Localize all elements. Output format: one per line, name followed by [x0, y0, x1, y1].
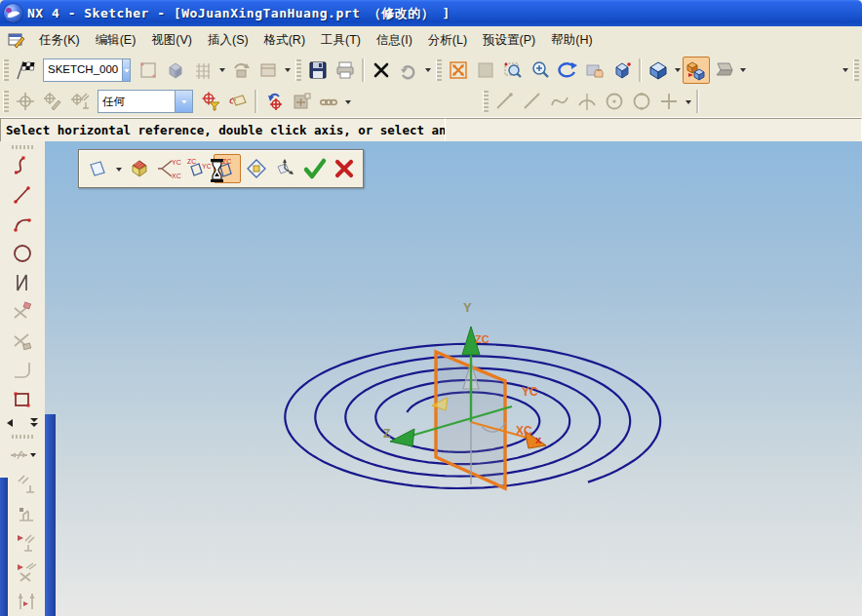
menu-task[interactable]: 任务(K): [31, 28, 88, 53]
cancel-x-icon: [333, 157, 356, 180]
menu-view[interactable]: 视图(V): [143, 28, 200, 53]
menu-analysis[interactable]: 分析(L): [420, 28, 475, 53]
snap-point-edit-button[interactable]: [39, 88, 66, 115]
toolbar-overflow-dropdown[interactable]: [840, 58, 850, 83]
selection-filter-button[interactable]: [197, 88, 224, 115]
circle-sketch-button[interactable]: [7, 240, 38, 267]
views-overflow-dropdown[interactable]: [282, 58, 293, 83]
fillet-button[interactable]: [7, 357, 38, 384]
sketch-grid-button[interactable]: [189, 57, 216, 84]
menu-insert[interactable]: 插入(S): [200, 28, 256, 53]
toolbar-grip[interactable]: [3, 91, 9, 112]
profile-tool-button[interactable]: [7, 152, 38, 179]
csys-tool-button[interactable]: [288, 88, 315, 115]
arc-icon: [575, 90, 599, 113]
selection-filter-combo-arrow[interactable]: [175, 91, 192, 112]
selection-filter-combo[interactable]: 任何: [98, 90, 193, 113]
csys-axes-button[interactable]: YC XC: [155, 154, 182, 183]
menu-edit[interactable]: 编辑(E): [88, 28, 144, 53]
selection-overflow-dropdown[interactable]: [342, 89, 353, 114]
rectangle-sketch-button[interactable]: [7, 386, 38, 413]
undo-dropdown[interactable]: [422, 58, 433, 83]
line-tool-button[interactable]: [519, 88, 546, 115]
chain-select-button[interactable]: [315, 88, 342, 115]
tag-icon: [227, 91, 249, 112]
perspective-view-button[interactable]: [608, 57, 636, 84]
scene-svg[interactable]: [45, 141, 862, 616]
ok-button[interactable]: [301, 154, 329, 183]
update-model-button[interactable]: [162, 57, 189, 84]
pan-view-button[interactable]: [581, 57, 608, 84]
snap-point-button[interactable]: [12, 88, 39, 115]
rotate-view-button[interactable]: [554, 57, 581, 84]
task-environment-icon[interactable]: [6, 30, 27, 50]
save-button[interactable]: [304, 57, 332, 84]
point-tool-button[interactable]: [655, 88, 683, 115]
show-constraints-button[interactable]: [11, 529, 42, 557]
menu-format[interactable]: 格式(R): [256, 28, 313, 53]
menu-help[interactable]: 帮助(H): [543, 28, 600, 53]
named-views-button[interactable]: [255, 57, 282, 84]
zoom-in-out-button[interactable]: [527, 57, 554, 84]
tag-note-button[interactable]: [224, 88, 252, 115]
display-mode-button[interactable]: [710, 57, 737, 84]
curves-overflow-dropdown[interactable]: [683, 89, 693, 114]
display-sketch-button[interactable]: [135, 57, 162, 84]
datum-plane-button[interactable]: [243, 154, 270, 183]
alternate-solution-button[interactable]: [11, 588, 42, 615]
finish-sketch-button[interactable]: [12, 57, 39, 84]
menu-tools[interactable]: 工具(T): [313, 28, 369, 53]
print-button[interactable]: [332, 57, 359, 84]
sketch-name-combo[interactable]: SKETCH_000: [43, 58, 131, 82]
parallel-perpendicular-button[interactable]: [11, 471, 42, 498]
toolbar-grip[interactable]: [483, 91, 489, 112]
sidebar-grip[interactable]: [12, 145, 33, 149]
shaded-view-dropdown[interactable]: [672, 58, 683, 83]
toolbar-grip[interactable]: [853, 59, 859, 81]
plane-select-dropdown[interactable]: [113, 156, 124, 181]
plane-zc-button[interactable]: ZC YC: [184, 154, 212, 183]
delete-button[interactable]: [368, 57, 395, 84]
menu-information[interactable]: 信息(I): [369, 28, 420, 53]
remove-constraints-button[interactable]: [11, 558, 42, 586]
overflow-more-icon[interactable]: [28, 417, 40, 429]
quick-extend-button[interactable]: [7, 327, 38, 355]
spline-tool-button[interactable]: [546, 88, 573, 115]
view-placeholder-button[interactable]: [472, 57, 499, 84]
reattach-button[interactable]: [260, 88, 288, 115]
derived-lines-button[interactable]: [7, 269, 38, 296]
wireframe-mode-button[interactable]: [683, 57, 710, 84]
sketch-name-combo-arrow[interactable]: [122, 59, 130, 81]
orient-view-button[interactable]: [227, 57, 255, 84]
toolbar-grip[interactable]: [3, 59, 9, 81]
title-bar[interactable]: NX 4 - Sketcher - [WoJuanXingTanHuang.pr…: [0, 0, 862, 26]
zoom-box-button[interactable]: [499, 57, 527, 84]
sidebar-grip[interactable]: [12, 435, 33, 439]
undo-button[interactable]: [395, 57, 422, 84]
dimension-button[interactable]: [7, 442, 38, 469]
constraints-button[interactable]: [11, 500, 42, 527]
cancel-button[interactable]: [331, 154, 358, 183]
graphics-viewport[interactable]: Y ZC Z YC XC x: [45, 141, 862, 616]
plane-select-button[interactable]: [84, 154, 111, 183]
arc-sketch-button[interactable]: [7, 211, 38, 238]
arc-tool-button[interactable]: [573, 88, 601, 115]
circle-center-tool-button[interactable]: [601, 88, 628, 115]
circle-tool-button[interactable]: [628, 88, 655, 115]
menu-preferences[interactable]: 预设置(P): [475, 28, 543, 53]
csys-plane-arrows-button[interactable]: [272, 154, 299, 183]
snap-perpendicular-button[interactable]: [66, 88, 94, 115]
display-mode-dropdown[interactable]: [737, 58, 748, 83]
overflow-left-icon[interactable]: [5, 418, 15, 428]
snap-point-icon: [15, 91, 36, 112]
face-select-button[interactable]: [126, 154, 153, 183]
quick-trim-button[interactable]: [7, 298, 38, 326]
line-point-tool-button[interactable]: [491, 88, 519, 115]
line-sketch-button[interactable]: [7, 181, 38, 209]
toolbar-grip[interactable]: [436, 59, 442, 81]
csys-axes-icon: YC XC: [156, 157, 181, 180]
grid-dropdown[interactable]: [216, 58, 227, 83]
fit-view-button[interactable]: [445, 57, 472, 84]
shaded-view-button[interactable]: [645, 57, 672, 84]
toolbar-grip[interactable]: [295, 59, 301, 81]
